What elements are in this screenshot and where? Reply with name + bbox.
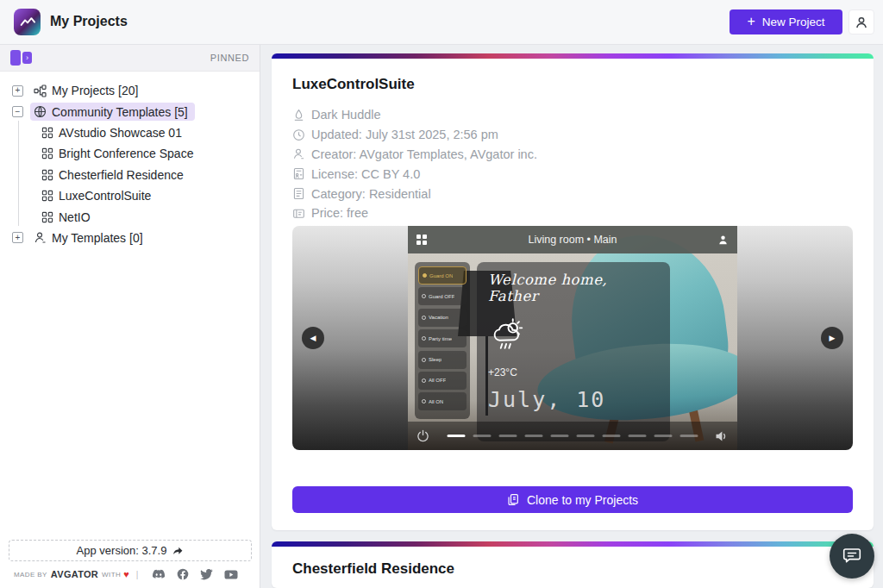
heart-icon: ♥ [123,569,129,579]
sidebar: › PINNED + My Projects [20] − Community … [0,45,260,588]
page-title: My Projects [50,14,128,29]
weather-icon [488,315,659,354]
preview-bottombar [408,422,737,450]
preview-user-icon [717,235,729,246]
app-version-button[interactable]: App version: 3.7.9 [9,540,252,561]
facebook-icon[interactable] [177,568,189,580]
meta-value: Creator: AVgator Templates, AVgator inc. [311,147,537,161]
power-icon [416,429,429,442]
meta-value: License: CC BY 4.0 [311,167,420,181]
pinned-bar: › PINNED [0,45,260,72]
pinned-label: PINNED [210,53,249,63]
tree-item-label: NetIO [59,210,91,224]
chat-bubble-icon [842,546,862,566]
license-icon [292,167,305,180]
divider: | [136,570,139,579]
template-grid-icon [41,147,53,160]
main-content: LuxeControlSuite Dark Huddle Updated: Ju… [260,45,883,588]
preview-topbar: Living room • Main [408,226,737,253]
template-meta-list: Dark Huddle Updated: July 31st 2025, 2:5… [292,105,874,223]
card-gradient-bar [272,541,874,547]
template-grid-icon [41,190,53,202]
room-title: Living room • Main [408,234,737,246]
scene-button-all-on[interactable]: All ON [418,392,467,410]
made-by-prefix: MADE BY [14,571,47,579]
theme-icon [292,109,305,122]
tree-item-netio[interactable]: NetIO [0,206,260,227]
scene-button-guard-on[interactable]: Guard ON [418,266,467,285]
preview-carousel: ◀ ▶ Living room • Main Guard [292,226,853,450]
template-title: Chesterfield Residence [292,560,874,578]
tree-item-luxecontrolsuite[interactable]: LuxeControlSuite [0,185,260,206]
tree-item-label: My Templates [0] [52,231,143,245]
volume-icon [715,430,729,442]
template-grid-icon [41,169,53,181]
tree-item-chesterfield[interactable]: Chesterfield Residence [0,165,260,185]
card-gradient-bar [272,53,874,59]
date-display: July, 10 [488,387,659,412]
discord-icon[interactable] [152,569,166,580]
account-button[interactable] [849,9,874,34]
tree-item-community-templates[interactable]: − Community Templates [5] [0,101,260,122]
clone-to-projects-button[interactable]: Clone to my Projects [292,486,853,513]
user-template-icon [34,231,47,244]
made-by-suffix: WITH [102,571,121,579]
meta-category: Category: Residential [292,184,874,203]
tree-item-label: AVstudio Showcase 01 [59,126,182,140]
tree-item-avstudio-showcase[interactable]: AVstudio Showcase 01 [0,122,260,143]
youtube-icon[interactable] [224,569,238,580]
clone-button-label: Clone to my Projects [527,493,638,507]
tree-item-bright-conference[interactable]: Bright Conference Space [0,143,260,164]
plus-icon: + [747,14,755,29]
tree-item-label: Chesterfield Residence [59,168,184,182]
scene-button-vacation[interactable]: Vacation [418,309,467,327]
scene-button-sleep[interactable]: Sleep [418,351,467,369]
tree-item-label: My Projects [20] [52,84,138,97]
tree-item-my-projects[interactable]: + My Projects [20] [0,80,260,101]
collapse-icon[interactable]: − [12,106,23,117]
template-grid-icon [41,127,53,139]
meta-value: Price: free [311,206,368,220]
avgator-wordmark: AVGATOR [51,569,98,579]
user-icon [855,16,868,29]
meta-theme: Dark Huddle [292,105,874,125]
carousel-next-button[interactable]: ▶ [821,327,843,349]
tree-item-label: Community Templates [5] [52,105,188,119]
scene-panel: Guard ON Guard OFF Vacation Party time S… [415,262,470,419]
meta-value: Dark Huddle [311,108,381,122]
meta-value: Updated: July 31st 2025, 2:56 pm [311,128,498,141]
globe-icon [34,105,47,118]
template-grid-icon [41,211,53,223]
template-card-chesterfield: Chesterfield Residence [272,541,874,588]
new-project-button[interactable]: + New Project [730,9,842,34]
avgator-logo-icon [14,9,41,35]
temperature: +23°C [488,366,659,378]
carousel-prev-button[interactable]: ◀ [302,327,324,349]
preview-content-panel: Welcome home, Father +23°C July, 10 [477,262,670,441]
meta-value: Category: Residential [311,187,431,201]
meta-creator: Creator: AVgator Templates, AVgator inc. [292,145,874,165]
scene-button-guard-off[interactable]: Guard OFF [418,287,467,305]
pinned-panel-icon[interactable]: › [10,50,32,66]
workflow-icon [34,84,47,97]
welcome-text: Welcome home, Father [488,272,659,304]
chat-button[interactable] [830,534,874,579]
expand-icon[interactable]: + [12,85,23,97]
twitter-icon[interactable] [200,569,213,580]
price-icon [292,207,305,220]
page-indicator-dashes [448,435,698,437]
social-links [152,568,238,580]
template-title: LuxeControlSuite [292,76,874,93]
tree-item-label: LuxeControlSuite [59,189,151,203]
scene-button-all-off[interactable]: All OFF [418,372,467,390]
template-card-luxecontrolsuite: LuxeControlSuite Dark Huddle Updated: Ju… [272,53,874,530]
app-header: My Projects + New Project [0,0,883,45]
tree-item-label: Bright Conference Space [59,147,193,160]
person-icon [292,147,305,160]
meta-updated: Updated: July 31st 2025, 2:56 pm [292,125,874,145]
scene-button-party-time[interactable]: Party time [418,329,467,347]
app-version-label: App version: 3.7.9 [77,544,167,557]
tree-item-my-templates[interactable]: + My Templates [0] [0,228,260,248]
made-by-row: MADE BY AVGATOR WITH ♥ | [14,566,251,582]
expand-icon[interactable]: + [12,232,23,243]
